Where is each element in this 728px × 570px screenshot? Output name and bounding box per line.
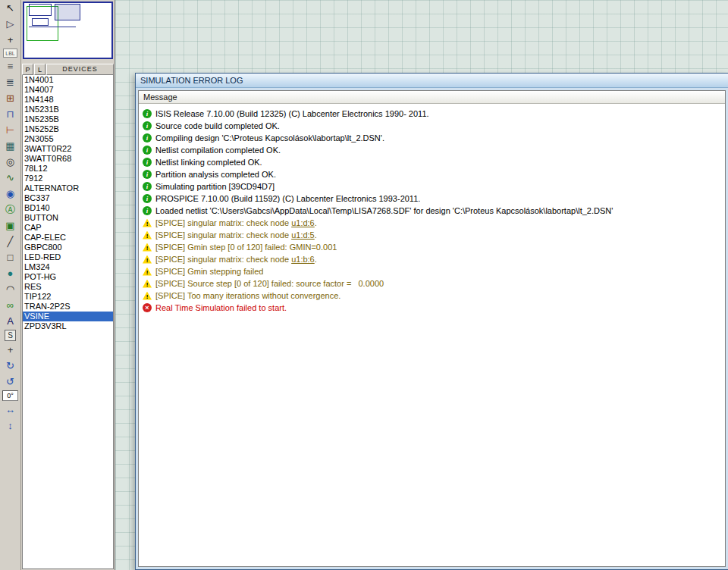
node-link[interactable]: u1:d:5 (291, 230, 315, 240)
device-item[interactable]: 1N5235B (23, 114, 113, 124)
2d-path-icon[interactable]: ∞ (2, 298, 19, 312)
log-message-text: [SPICE] singular matrix: check node u1:b… (155, 255, 317, 264)
dialog-title-bar[interactable]: SIMULATION ERROR LOG (136, 74, 728, 88)
dialog-title-text: SIMULATION ERROR LOG (140, 76, 243, 85)
overview-component-shape (29, 4, 52, 16)
rotate-anticlockwise-icon[interactable]: ↺ (2, 374, 19, 389)
device-item[interactable]: 1N4148 (23, 95, 113, 105)
graph-mode-icon[interactable]: ▦ (2, 139, 19, 153)
device-item[interactable]: GBPC800 (23, 243, 113, 252)
device-item[interactable]: BUTTON (23, 213, 113, 223)
overview-component-shape (55, 4, 80, 20)
log-message-row: ![SPICE] Gmin stepping failed (142, 265, 722, 277)
device-item[interactable]: BD140 (23, 203, 113, 213)
log-message-row: iSource code build completed OK. (142, 120, 722, 132)
log-message-text: Netlist linking completed OK. (155, 158, 262, 167)
device-item[interactable]: BC337 (23, 193, 113, 203)
device-item[interactable]: CAP-ELEC (23, 233, 113, 243)
mirror-horizontal-icon[interactable]: ↔ (2, 402, 19, 417)
message-column-header[interactable]: Message (139, 91, 725, 104)
junction-dot-icon[interactable]: + (2, 33, 19, 47)
schematic-workspace[interactable]: SIMULATION ERROR LOG Message iISIS Relea… (115, 0, 728, 570)
device-item[interactable]: VSINE (23, 312, 113, 321)
device-item[interactable]: 3WATT0R68 (23, 154, 113, 164)
device-item[interactable]: POT-HG (23, 272, 113, 282)
warning-icon: ! (143, 219, 152, 227)
device-list: 1N40011N40071N41481N5231B1N5235B1N5252B2… (22, 75, 114, 569)
device-item[interactable]: 78L12 (23, 164, 113, 174)
2d-box-icon[interactable]: □ (2, 250, 19, 265)
warning-icon: ! (143, 255, 152, 264)
subcircuit-icon[interactable]: ⊞ (2, 91, 19, 105)
device-pins-icon[interactable]: ⊢ (2, 123, 19, 137)
object-selector-header: P L DEVICES (22, 64, 114, 75)
library-button[interactable]: L (34, 64, 46, 75)
2d-text-icon[interactable]: A (2, 314, 19, 328)
terminals-mode-icon[interactable]: ⊓ (2, 107, 19, 121)
component-mode-icon[interactable]: ▷ (2, 17, 19, 31)
device-item[interactable]: 1N5231B (23, 105, 113, 114)
device-item[interactable]: 1N4007 (23, 85, 113, 95)
log-message-row: iNetlist linking completed OK. (142, 156, 722, 168)
device-item[interactable]: RES (23, 282, 113, 292)
device-item[interactable]: ZPD3V3RL (23, 321, 113, 331)
info-icon: i (143, 146, 152, 155)
device-item[interactable]: LM324 (23, 262, 113, 272)
log-message-text: Simulating partition [39CD94D7] (155, 182, 275, 191)
info-icon: i (143, 206, 152, 215)
2d-marker-icon[interactable]: + (2, 343, 19, 357)
pick-devices-button[interactable]: P (22, 64, 33, 75)
2d-circle-icon[interactable]: ● (2, 266, 19, 280)
log-message-text: Compiling design 'C:\Proteus Kapcsolások… (155, 133, 384, 142)
device-item[interactable]: TRAN-2P2S (23, 302, 113, 312)
log-message-text: [SPICE] Too many iterations without conv… (155, 291, 340, 300)
log-message-row: iPROSPICE 7.10.00 (Build 11592) (C) Labc… (142, 193, 722, 205)
design-overview[interactable] (23, 2, 113, 59)
log-message-text: Real Time Simulation failed to start. (155, 303, 287, 312)
rotation-angle-field[interactable]: 0° (2, 390, 18, 401)
device-item[interactable]: 7912 (23, 174, 113, 183)
current-probe-icon[interactable]: Ⓐ (2, 202, 19, 217)
wire-label-icon[interactable]: LBL (3, 49, 17, 58)
buses-icon[interactable]: ≣ (2, 75, 19, 89)
virtual-instruments-icon[interactable]: ▣ (2, 218, 19, 233)
node-link[interactable]: u1:b:6 (291, 255, 315, 264)
device-item[interactable]: TIP122 (23, 292, 113, 302)
log-message-row: ![SPICE] singular matrix: check node u1:… (142, 229, 722, 241)
node-link[interactable]: u1:d:6 (291, 218, 315, 227)
device-item[interactable]: 1N4001 (23, 75, 113, 85)
mirror-vertical-icon[interactable]: ↕ (2, 418, 19, 433)
log-message-row: ×Real Time Simulation failed to start. (142, 302, 722, 314)
rotate-clockwise-icon[interactable]: ↻ (2, 359, 19, 373)
message-list: iISIS Release 7.10.00 (Build 12325) (C) … (139, 104, 725, 566)
object-selector-panel: P L DEVICES 1N40011N40071N41481N5231B1N5… (21, 0, 115, 570)
device-item[interactable]: CAP (23, 223, 113, 233)
device-item[interactable]: 2N3055 (23, 134, 113, 144)
log-message-text: ISIS Release 7.10.00 (Build 12325) (C) L… (155, 109, 429, 118)
tape-recorder-icon[interactable]: ◎ (2, 155, 19, 169)
log-message-text: [SPICE] singular matrix: check node u1:d… (155, 230, 317, 240)
device-item[interactable]: 3WATT0R22 (23, 144, 113, 154)
overview-component-shape (32, 18, 49, 26)
info-icon: i (143, 121, 152, 130)
log-message-row: ![SPICE] singular matrix: check node u1:… (142, 253, 722, 265)
warning-icon: ! (143, 243, 152, 252)
warning-icon: ! (143, 231, 152, 240)
dialog-frame: Message iISIS Release 7.10.00 (Build 123… (138, 90, 726, 567)
log-message-text: Loaded netlist 'C:\Users\Gabcsi\AppData\… (155, 206, 613, 215)
generator-mode-icon[interactable]: ∿ (2, 171, 19, 185)
info-icon: i (143, 194, 152, 203)
voltage-probe-icon[interactable]: ◉ (2, 186, 19, 201)
device-item[interactable]: LED-RED (23, 252, 113, 262)
device-item[interactable]: ALTERNATOR (23, 183, 113, 193)
2d-line-icon[interactable]: ╱ (2, 234, 19, 249)
2d-symbol-icon[interactable]: S (5, 330, 16, 341)
text-script-icon[interactable]: ≡ (2, 59, 19, 74)
log-message-row: ![SPICE] Too many iterations without con… (142, 290, 722, 302)
overview-wire-line (29, 27, 76, 27)
info-icon: i (143, 170, 152, 179)
selection-pointer-icon[interactable]: ↖ (2, 1, 19, 15)
2d-arc-icon[interactable]: ◠ (2, 282, 19, 296)
device-item[interactable]: 1N5252B (23, 124, 113, 134)
mode-toolbar: ↖▷+LBL≡≣⊞⊓⊢▦◎∿◉Ⓐ▣╱□●◠∞AS+↻↺0°↔↕ (0, 0, 21, 570)
